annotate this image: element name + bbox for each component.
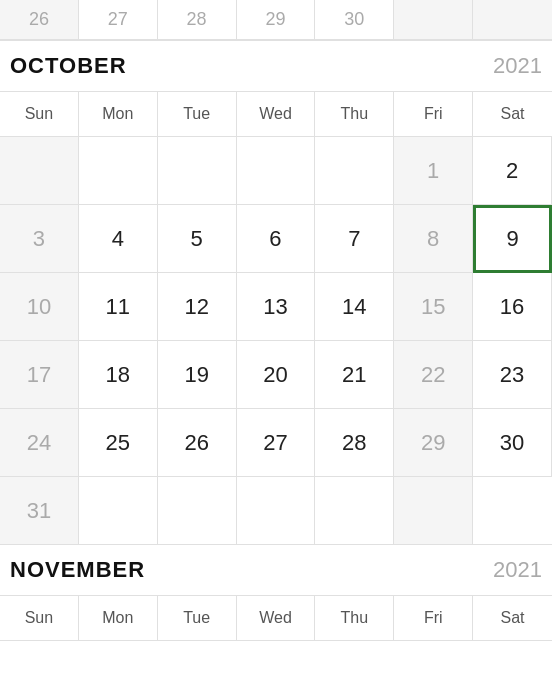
dow-mon: Mon <box>79 596 158 640</box>
october-day-29[interactable]: 29 <box>394 409 473 477</box>
october-day-28[interactable]: 28 <box>315 409 394 477</box>
overflow-day: 30 <box>315 0 394 40</box>
october-day-empty <box>473 477 552 545</box>
october-day-empty <box>79 137 158 205</box>
october-day-27[interactable]: 27 <box>237 409 316 477</box>
overflow-day-empty <box>473 0 552 40</box>
calendar-container: 26 27 28 29 30 OCTOBER 2021 Sun Mon Tue … <box>0 0 552 641</box>
dow-sun: Sun <box>0 92 79 136</box>
october-day-empty <box>237 477 316 545</box>
october-day-2[interactable]: 2 <box>473 137 552 205</box>
october-day-18[interactable]: 18 <box>79 341 158 409</box>
dow-sat: Sat <box>473 92 552 136</box>
dow-thu: Thu <box>315 596 394 640</box>
dow-wed: Wed <box>237 596 316 640</box>
october-day-15[interactable]: 15 <box>394 273 473 341</box>
october-day-20[interactable]: 20 <box>237 341 316 409</box>
dow-fri: Fri <box>394 596 473 640</box>
october-month-name: OCTOBER <box>10 53 127 79</box>
november-month-name: NOVEMBER <box>10 557 145 583</box>
dow-tue: Tue <box>158 92 237 136</box>
october-day-empty <box>158 477 237 545</box>
october-day-19[interactable]: 19 <box>158 341 237 409</box>
dow-sat: Sat <box>473 596 552 640</box>
november-year: 2021 <box>493 557 542 583</box>
october-day-22[interactable]: 22 <box>394 341 473 409</box>
october-day-30[interactable]: 30 <box>473 409 552 477</box>
october-day-empty <box>315 137 394 205</box>
dow-tue: Tue <box>158 596 237 640</box>
october-day-1[interactable]: 1 <box>394 137 473 205</box>
october-day-empty <box>158 137 237 205</box>
october-day-6[interactable]: 6 <box>237 205 316 273</box>
october-day-17[interactable]: 17 <box>0 341 79 409</box>
october-day-empty <box>79 477 158 545</box>
overflow-day: 27 <box>79 0 158 40</box>
october-day-empty <box>237 137 316 205</box>
october-day-16[interactable]: 16 <box>473 273 552 341</box>
october-day-26[interactable]: 26 <box>158 409 237 477</box>
october-day-7[interactable]: 7 <box>315 205 394 273</box>
dow-wed: Wed <box>237 92 316 136</box>
november-header: NOVEMBER 2021 <box>0 545 552 596</box>
october-day-5[interactable]: 5 <box>158 205 237 273</box>
october-day-14[interactable]: 14 <box>315 273 394 341</box>
overflow-day: 29 <box>237 0 316 40</box>
october-day-25[interactable]: 25 <box>79 409 158 477</box>
overflow-day-empty <box>394 0 473 40</box>
october-day-23[interactable]: 23 <box>473 341 552 409</box>
october-day-12[interactable]: 12 <box>158 273 237 341</box>
october-day-empty <box>0 137 79 205</box>
october-day-empty <box>315 477 394 545</box>
october-day-31[interactable]: 31 <box>0 477 79 545</box>
october-day-11[interactable]: 11 <box>79 273 158 341</box>
dow-sun: Sun <box>0 596 79 640</box>
october-day-empty <box>394 477 473 545</box>
october-header: OCTOBER 2021 <box>0 41 552 92</box>
october-day-9[interactable]: 9 <box>473 205 552 273</box>
october-day-24[interactable]: 24 <box>0 409 79 477</box>
october-day-3[interactable]: 3 <box>0 205 79 273</box>
overflow-day: 26 <box>0 0 79 40</box>
november-dow-header: Sun Mon Tue Wed Thu Fri Sat <box>0 596 552 641</box>
october-day-13[interactable]: 13 <box>237 273 316 341</box>
dow-fri: Fri <box>394 92 473 136</box>
overflow-day: 28 <box>158 0 237 40</box>
october-year: 2021 <box>493 53 542 79</box>
october-grid: 1 2 3 4 5 6 7 8 9 10 11 12 13 14 15 16 1… <box>0 137 552 545</box>
october-dow-header: Sun Mon Tue Wed Thu Fri Sat <box>0 92 552 137</box>
october-day-10[interactable]: 10 <box>0 273 79 341</box>
october-day-21[interactable]: 21 <box>315 341 394 409</box>
overflow-row: 26 27 28 29 30 <box>0 0 552 41</box>
october-day-4[interactable]: 4 <box>79 205 158 273</box>
october-day-8[interactable]: 8 <box>394 205 473 273</box>
dow-mon: Mon <box>79 92 158 136</box>
dow-thu: Thu <box>315 92 394 136</box>
